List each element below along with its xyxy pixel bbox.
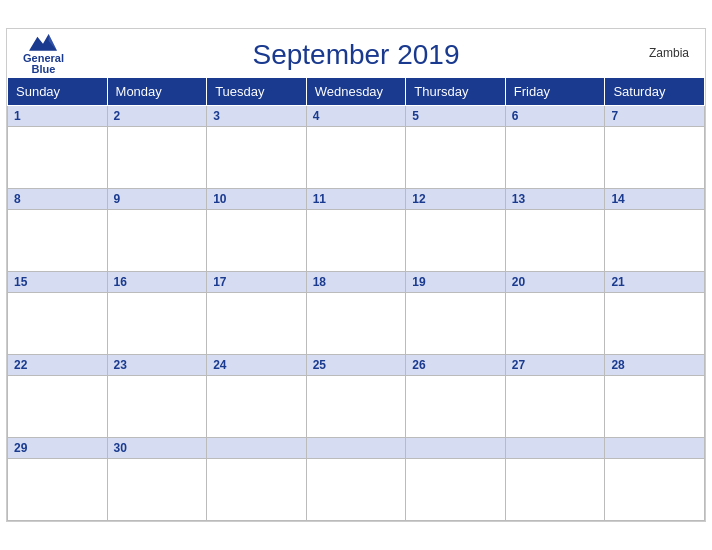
day-header-thursday: Thursday xyxy=(406,78,506,106)
date-num-11: 11 xyxy=(313,192,326,206)
date-num-6: 6 xyxy=(512,109,519,123)
logo-area: General Blue xyxy=(23,31,64,75)
date-num-16: 16 xyxy=(114,275,127,289)
date-num-28: 28 xyxy=(611,358,624,372)
day-header-tuesday: Tuesday xyxy=(207,78,307,106)
logo-blue-text: Blue xyxy=(32,64,56,75)
date-num-8: 8 xyxy=(14,192,21,206)
week-5-date-row: 2930 xyxy=(8,438,705,459)
day-header-saturday: Saturday xyxy=(605,78,705,106)
date-num-27: 27 xyxy=(512,358,525,372)
date-num-21: 21 xyxy=(611,275,624,289)
date-num-12: 12 xyxy=(412,192,425,206)
day-header-wednesday: Wednesday xyxy=(306,78,406,106)
calendar-container: General Blue September 2019 Zambia Sunda… xyxy=(6,28,706,522)
date-num-15: 15 xyxy=(14,275,27,289)
day-header-friday: Friday xyxy=(505,78,605,106)
week-1-content-row xyxy=(8,127,705,189)
date-num-30: 30 xyxy=(114,441,127,455)
date-num-5: 5 xyxy=(412,109,419,123)
date-num-17: 17 xyxy=(213,275,226,289)
date-num-19: 19 xyxy=(412,275,425,289)
days-header-row: Sunday Monday Tuesday Wednesday Thursday… xyxy=(8,78,705,106)
date-num-14: 14 xyxy=(611,192,624,206)
date-num-25: 25 xyxy=(313,358,326,372)
week-2-date-row: 891011121314 xyxy=(8,189,705,210)
week-5-content-row xyxy=(8,459,705,521)
calendar-title: September 2019 xyxy=(252,39,459,71)
date-num-20: 20 xyxy=(512,275,525,289)
date-num-4: 4 xyxy=(313,109,320,123)
date-num-3: 3 xyxy=(213,109,220,123)
date-num-10: 10 xyxy=(213,192,226,206)
week-1-date-row: 1234567 xyxy=(8,106,705,127)
week-4-content-row xyxy=(8,376,705,438)
date-num-7: 7 xyxy=(611,109,618,123)
week-4-date-row: 22232425262728 xyxy=(8,355,705,376)
day-header-sunday: Sunday xyxy=(8,78,108,106)
generalblue-logo-icon xyxy=(29,31,57,51)
week-2-content-row xyxy=(8,210,705,272)
date-num-18: 18 xyxy=(313,275,326,289)
week-3-date-row: 15161718192021 xyxy=(8,272,705,293)
date-num-1: 1 xyxy=(14,109,21,123)
country-label: Zambia xyxy=(649,46,689,60)
calendar-body: 1234567891011121314151617181920212223242… xyxy=(8,106,705,521)
calendar-header: General Blue September 2019 Zambia xyxy=(7,29,705,77)
date-num-22: 22 xyxy=(14,358,27,372)
date-num-26: 26 xyxy=(412,358,425,372)
date-num-29: 29 xyxy=(14,441,27,455)
day-header-monday: Monday xyxy=(107,78,207,106)
calendar-table: Sunday Monday Tuesday Wednesday Thursday… xyxy=(7,77,705,521)
date-num-9: 9 xyxy=(114,192,121,206)
week-3-content-row xyxy=(8,293,705,355)
date-num-13: 13 xyxy=(512,192,525,206)
date-num-23: 23 xyxy=(114,358,127,372)
date-num-2: 2 xyxy=(114,109,121,123)
date-num-24: 24 xyxy=(213,358,226,372)
